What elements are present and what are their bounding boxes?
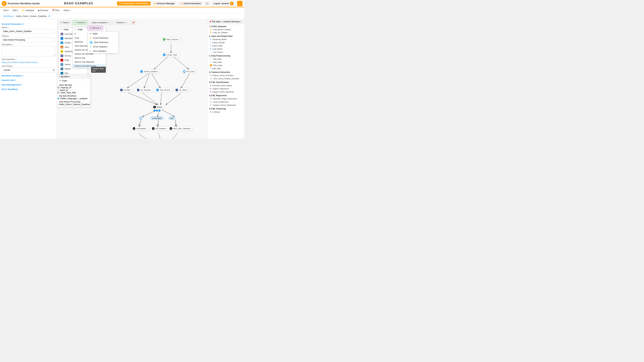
node-vis-alerts[interactable]: f Vis_Alerts: [174, 88, 189, 92]
resource-manager-button[interactable]: ⊞ Resource Manager: [152, 1, 177, 6]
node-finish[interactable]: 🐧 Finish: [152, 105, 164, 109]
manual-web-notification[interactable]: 🌐 Web Notification: [88, 40, 118, 44]
finance-tab[interactable]: ● finance ▾ ✕: [113, 20, 130, 25]
description-textarea[interactable]: [2, 46, 55, 56]
section-workflow-variables[interactable]: Workflow Variables ℹ: [2, 74, 55, 77]
scheduling-icon: ⚙: [119, 2, 121, 5]
bigdata-hadoop[interactable]: 🐘 Hadoop_PI: [57, 86, 90, 89]
svm-icon: ⊕: [210, 91, 211, 93]
menu-execute[interactable]: ▶ Execute: [36, 8, 50, 12]
ml-load-boston[interactable]: 🗄 Load_Boston_Dataset: [208, 28, 244, 31]
node-vis-variation[interactable]: f Vis_Variation: [135, 88, 153, 92]
jython-icon: Jy: [60, 63, 63, 66]
node-poll-data[interactable]: 📊 Poll_Data: [181, 69, 196, 74]
control-wait-any[interactable]: Wait for Any: [72, 56, 106, 60]
node-after-web-validation[interactable]: 🐧 After_Web_Validation: [168, 126, 192, 131]
documentation-link[interactable]: https://s3.eu-west-2.amazonaws.com/ac...: [2, 61, 39, 63]
view-result-icon: 👁: [156, 89, 159, 91]
cloud-automation-button[interactable]: ☁ Cloud Automation: [178, 1, 203, 6]
menu-plan[interactable]: 📅 Plan: [50, 8, 61, 12]
project-input[interactable]: [2, 38, 55, 42]
ml-add-label[interactable]: 📄 Add_Label: [208, 60, 244, 64]
node-immediately[interactable]: 🐧 Immediately: [131, 126, 148, 131]
menu-edit[interactable]: Edit ▾: [11, 8, 20, 12]
finance-close-icon[interactable]: ✕: [126, 22, 128, 24]
left-panel: General Parameters ℹ Name ℹ Project ℹ De…: [0, 19, 57, 139]
node-vis-rate[interactable]: f Vis-Rate: [118, 88, 132, 92]
ml-logistic-regression[interactable]: ⊕ Logistic_Regression: [208, 87, 244, 90]
bigdata-dropdown-container: ● big data ▾ ✕ ✂ Unpin Basic Big Data 🐘 …: [57, 74, 90, 107]
tasks-tab-button[interactable]: ⚙ Tasks ▾: [58, 20, 72, 25]
section-general-parameters[interactable]: General Parameters ℹ: [2, 23, 55, 25]
manuals-tab-button[interactable]: ⚙ Manuals ▾: [88, 26, 103, 30]
branch-if[interactable]: if: [139, 117, 143, 120]
ml-svm[interactable]: ⊕ Support_Vector_Machines: [208, 90, 244, 93]
bigdata-spark[interactable]: ✦ spark_pi: [57, 89, 90, 91]
submit-dataflow-icon: ☁: [140, 70, 143, 73]
manual-web-validation[interactable]: ✔ Web Validation: [88, 49, 118, 53]
ml-svr[interactable]: 📈 Support_Vector_Regression: [208, 103, 244, 107]
spark-icon: ✦: [57, 89, 59, 91]
controls-dropdown-container: ⚙ Controls ▾ ✂ Unpin If Loop Replic: [72, 20, 88, 25]
section-data-management[interactable]: Data Management ℹ: [2, 83, 55, 86]
start-services-icon: ⚙: [163, 38, 166, 41]
controls-tab-button[interactable]: ⚙ Controls ▾: [72, 20, 88, 25]
scheduling-button[interactable]: ⚙ Scheduling & Orchestration: [117, 1, 150, 5]
bigdata-hdfs[interactable]: 🐘 write_read_hdfs: [57, 91, 90, 94]
chat-button[interactable]: 💬: [204, 1, 210, 6]
canvas-area[interactable]: ⚙ Tasks ▾ ✂ Unpin 🐧 Linux Bash ⊞ Wi: [57, 19, 244, 139]
bigdata-twitter[interactable]: 🐦 twitter_language_r_analysis: [57, 97, 90, 100]
ml-split-data[interactable]: ⇄ Split_Data: [208, 67, 244, 70]
ml-feature-vector[interactable]: ⚙ Feature_Vector_Extractor: [208, 74, 244, 77]
user-avatar: C: [230, 2, 234, 5]
name-input[interactable]: [2, 29, 55, 33]
bigdata-close-icon[interactable]: ✕: [87, 76, 89, 78]
manuals-unpin-button[interactable]: ✂ Unpin: [88, 32, 118, 36]
kafka-icon: ≈: [57, 103, 58, 106]
control-submit-wait-any[interactable]: Submit and Wait for Any: [72, 64, 106, 68]
activeeon-icon: ee: [237, 1, 242, 6]
right-panel: 📌 Pin open ● machine learning ▾ ✕ 1. Pub…: [207, 19, 244, 139]
node-create-topic[interactable]: ⚙ Create_Topic: [161, 53, 179, 57]
ml-export-results[interactable]: ↗ Export_Results: [208, 41, 244, 44]
section-error-handling[interactable]: Error Handling ℹ: [2, 88, 55, 90]
ml-load-iris[interactable]: 🗄 Load_Iris_Dataset: [208, 31, 244, 34]
section-generic-info[interactable]: Generic Info ℹ: [2, 79, 55, 81]
branch-else[interactable]: else: [168, 117, 175, 120]
ml-import-data[interactable]: ⬆ Import_Data: [208, 44, 244, 47]
node-submit-dataflow[interactable]: ☁ Submit_Dataflow: [138, 69, 160, 74]
ml-log-parser[interactable]: 📄 Log_Parser: [208, 50, 244, 54]
pin-tab-button[interactable]: 📌: [131, 20, 136, 25]
error-handling-info-icon: ℹ: [18, 88, 18, 90]
manual-email-validation[interactable]: ✔ Email Validation: [88, 44, 118, 49]
basic-examples-tab[interactable]: ● basic-examples ▾ ✕: [89, 20, 112, 25]
node-view-result[interactable]: 👁 View_Result: [154, 88, 172, 92]
branch-continuation[interactable]: continuation: [150, 117, 164, 120]
menu-file[interactable]: File ▾: [2, 8, 10, 12]
ml-filter-data[interactable]: 🔽 Filter_Data: [208, 64, 244, 67]
basic-examples-close-icon[interactable]: ✕: [109, 22, 110, 24]
ml-gaussian[interactable]: ⊕ Gaussian_Naive_Bayes: [208, 84, 244, 87]
ml-kmeans[interactable]: ⊕ K_Means: [208, 110, 244, 113]
groovy-icon: G: [60, 54, 63, 57]
ml-download-model[interactable]: ⬇ Download_Model: [208, 38, 244, 41]
list-view-icon[interactable]: ☰: [48, 15, 50, 17]
menu-catalog[interactable]: 📁 Catalog ▾: [20, 8, 36, 12]
node-kill-dataflow[interactable]: 🐧 Kill_Dataflow: [150, 126, 168, 131]
breadcrumb-current: Kafka_Storm_Visdom_Dataflow: [16, 15, 46, 17]
menu-help[interactable]: Help ▾: [62, 8, 72, 12]
manual-email-notification[interactable]: ✉ Email Notification: [88, 36, 118, 40]
control-wait-any-replicate[interactable]: Wait for Any Replicate: [72, 60, 106, 64]
bigdata-kafka[interactable]: ≈ Kafka_Storm_Visdom_Dataflow: [57, 103, 90, 106]
node-start-services[interactable]: ⚙ Start_Services: [161, 37, 180, 41]
breadcrumb-workflows[interactable]: Workflows: [3, 15, 14, 17]
ml-linear-regression[interactable]: 📈 Linear_Regression: [208, 100, 244, 103]
logout-button[interactable]: Logout caramel C: [211, 1, 236, 6]
ml-bayesian[interactable]: 📈 Bayesian_Ridge_Regression: [208, 97, 244, 100]
ml-time-series[interactable]: 📈 Time_Series_Feature_Extractor: [208, 77, 244, 80]
windows-icon: ⊞: [60, 37, 63, 40]
ml-add-data[interactable]: 📄 Add_Data: [208, 57, 244, 60]
bigdata-unpin-button[interactable]: ✂ Unpin: [57, 79, 90, 83]
job-priority-select[interactable]: normal high idle low urgent: [2, 68, 55, 72]
ml-load-model[interactable]: ⬆ Load_Model: [208, 47, 244, 50]
